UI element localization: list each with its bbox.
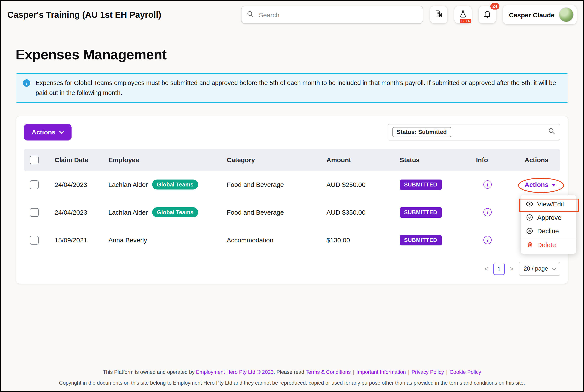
actions-menu-button[interactable]: Actions bbox=[24, 124, 71, 140]
next-page-button[interactable]: > bbox=[509, 265, 515, 272]
table-header-row: Claim Date Employee Category Amount Stat… bbox=[24, 149, 560, 171]
amount-cell: AUD $350.00 bbox=[317, 209, 390, 216]
filter-search-icon bbox=[548, 128, 555, 137]
employee-name: Anna Beverly bbox=[108, 236, 147, 244]
row-checkbox[interactable] bbox=[30, 236, 38, 244]
filter-tag[interactable]: Status: Submitted bbox=[392, 127, 451, 137]
category-cell: Food and Beverage bbox=[217, 209, 317, 216]
important-info-link[interactable]: Important Information bbox=[356, 369, 406, 375]
footer: This Platform is owned and operated by E… bbox=[1, 369, 583, 386]
table-body: 24/04/2023 Lachlan Alder Global Teams Fo… bbox=[24, 171, 560, 254]
avatar bbox=[559, 7, 574, 22]
row-checkbox[interactable] bbox=[30, 208, 38, 217]
col-claim-date: Claim Date bbox=[45, 156, 98, 164]
category-cell: Food and Beverage bbox=[217, 181, 317, 188]
employee-name: Lachlan Alder bbox=[108, 181, 148, 188]
footer-please-read-text: . Please read bbox=[274, 369, 306, 375]
global-teams-badge: Global Teams bbox=[152, 208, 198, 218]
building-icon bbox=[434, 10, 443, 20]
col-status: Status bbox=[390, 156, 466, 164]
footer-copyright: Copyright in the documents on this site … bbox=[1, 380, 583, 386]
status-badge: SUBMITTED bbox=[400, 235, 442, 246]
info-banner-text: Expenses for Global Teams employees must… bbox=[35, 78, 561, 98]
info-icon: i bbox=[23, 79, 30, 87]
beta-badge: BETA bbox=[460, 19, 471, 23]
chevron-down-icon bbox=[552, 266, 556, 270]
col-amount: Amount bbox=[317, 156, 390, 164]
caret-down-icon bbox=[552, 184, 556, 186]
prev-page-button[interactable]: < bbox=[483, 265, 489, 272]
menu-item-label: Approve bbox=[537, 214, 562, 221]
notification-count-badge: 24 bbox=[490, 3, 500, 10]
app-title: Casper's Training (AU 1st EH Payroll) bbox=[7, 10, 161, 20]
global-teams-badge: Global Teams bbox=[152, 180, 198, 190]
terms-link[interactable]: Terms & Conditions bbox=[306, 369, 351, 375]
chevron-down-icon bbox=[59, 128, 64, 134]
notifications-button[interactable]: 24 bbox=[479, 6, 496, 24]
cookie-policy-link[interactable]: Cookie Policy bbox=[450, 369, 481, 375]
col-employee: Employee bbox=[98, 156, 217, 164]
status-badge: SUBMITTED bbox=[400, 207, 442, 218]
trash-icon bbox=[526, 241, 533, 248]
claim-date-cell: 24/04/2023 bbox=[45, 181, 98, 188]
footer-separator: | bbox=[446, 369, 447, 375]
org-switcher-button[interactable] bbox=[430, 6, 447, 24]
col-actions: Actions bbox=[515, 156, 560, 164]
x-circle-icon bbox=[526, 227, 533, 234]
row-actions-label: Actions bbox=[525, 181, 549, 188]
menu-item-view-edit[interactable]: View/Edit bbox=[521, 197, 576, 211]
row-actions-dropdown: View/Edit Approve bbox=[521, 195, 576, 254]
app-window: Casper's Training (AU 1st EH Payroll) BE… bbox=[0, 0, 584, 392]
actions-button-label: Actions bbox=[32, 128, 55, 136]
page-number-button[interactable]: 1 bbox=[493, 263, 505, 275]
flask-icon bbox=[459, 10, 467, 20]
eye-icon bbox=[526, 200, 533, 208]
search-icon bbox=[247, 10, 254, 19]
menu-item-approve[interactable]: Approve bbox=[521, 211, 576, 224]
page-size-select[interactable]: 20 / page bbox=[519, 262, 560, 276]
row-info-icon[interactable]: i bbox=[483, 208, 492, 216]
menu-item-label: Decline bbox=[537, 227, 559, 234]
amount-cell: $130.00 bbox=[317, 236, 390, 244]
page-title: Expenses Management bbox=[15, 47, 569, 63]
global-search[interactable] bbox=[241, 6, 423, 24]
claim-date-cell: 24/04/2023 bbox=[45, 209, 98, 216]
status-filter-input[interactable]: Status: Submitted bbox=[388, 124, 560, 140]
bell-icon bbox=[483, 10, 492, 20]
menu-item-label: Delete bbox=[537, 241, 556, 248]
amount-cell: AUD $250.00 bbox=[317, 181, 390, 188]
expenses-card: Actions Status: Submitted Claim Date Emp… bbox=[15, 116, 569, 284]
user-name: Casper Claude bbox=[509, 11, 555, 18]
menu-item-decline[interactable]: Decline bbox=[521, 224, 576, 238]
privacy-policy-link[interactable]: Privacy Policy bbox=[411, 369, 444, 375]
table-row: 24/04/2023 Lachlan Alder Global Teams Fo… bbox=[24, 198, 560, 226]
row-checkbox[interactable] bbox=[30, 180, 38, 189]
top-header: Casper's Training (AU 1st EH Payroll) BE… bbox=[1, 1, 583, 28]
info-banner: i Expenses for Global Teams employees mu… bbox=[15, 73, 569, 103]
menu-item-label: View/Edit bbox=[537, 200, 564, 208]
employee-cell: Lachlan Alder Global Teams bbox=[98, 180, 217, 190]
row-actions-trigger[interactable]: Actions bbox=[525, 181, 556, 188]
footer-separator: | bbox=[353, 369, 354, 375]
employee-name: Lachlan Alder bbox=[108, 209, 148, 216]
col-info: Info bbox=[466, 156, 515, 164]
labs-button[interactable]: BETA bbox=[454, 6, 472, 24]
footer-owned-text: This Platform is owned and operated by bbox=[103, 369, 196, 375]
search-input[interactable] bbox=[258, 10, 418, 19]
user-menu[interactable]: Casper Claude bbox=[503, 5, 577, 24]
category-cell: Accommodation bbox=[217, 236, 317, 244]
actions-cell: Actions View/Edit bbox=[515, 171, 560, 198]
employee-cell: Anna Beverly bbox=[98, 236, 217, 244]
footer-separator: | bbox=[408, 369, 409, 375]
row-info-icon[interactable]: i bbox=[483, 236, 492, 244]
pagination: < 1 > 20 / page bbox=[24, 262, 560, 276]
menu-item-delete[interactable]: Delete bbox=[521, 238, 576, 252]
select-all-checkbox[interactable] bbox=[30, 156, 38, 164]
row-info-icon[interactable]: i bbox=[483, 180, 492, 189]
employee-cell: Lachlan Alder Global Teams bbox=[98, 208, 217, 218]
check-circle-icon bbox=[526, 214, 533, 221]
employment-hero-link[interactable]: Employment Hero Pty Ltd © 2023 bbox=[196, 369, 274, 375]
page-size-label: 20 / page bbox=[524, 266, 548, 272]
table-row: 24/04/2023 Lachlan Alder Global Teams Fo… bbox=[24, 171, 560, 198]
card-toolbar: Actions Status: Submitted bbox=[24, 124, 560, 140]
